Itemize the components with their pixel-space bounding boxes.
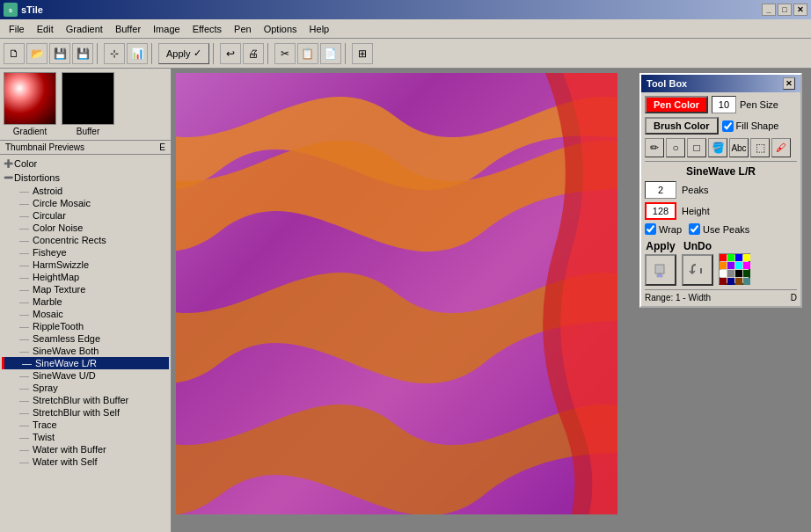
ellipse-tool[interactable]: ○ xyxy=(666,138,685,157)
tree-label-sinewave-ud: SineWave U/D xyxy=(33,370,96,381)
tree-label-color-noise: Color Noise xyxy=(33,222,83,233)
wrap-check-item: Wrap xyxy=(645,223,682,235)
tree-item-twist[interactable]: — Twist xyxy=(2,431,169,443)
use-peaks-checkbox[interactable] xyxy=(689,223,700,235)
toolbar-grid[interactable]: ⊞ xyxy=(352,43,373,64)
toolbar-sep5 xyxy=(345,43,348,64)
tree-item-circular[interactable]: — Circular xyxy=(2,209,169,222)
tree-item-harmswizzle[interactable]: — HarmSwizzle xyxy=(2,259,169,271)
tree-label-marble: Marble xyxy=(33,296,62,307)
tree-area[interactable]: ➕ Color ➖ Distortions — Astroid — Circle… xyxy=(0,155,171,532)
svg-rect-1 xyxy=(655,265,664,273)
toolbar-save[interactable]: 💾 xyxy=(49,43,70,64)
menu-help[interactable]: Help xyxy=(304,22,335,36)
tree-item-seamless-edge[interactable]: — Seamless Edge xyxy=(2,332,169,345)
minimize-button[interactable]: _ xyxy=(762,4,776,16)
menu-options[interactable]: Options xyxy=(259,22,303,36)
toolbar-copy[interactable]: 📋 xyxy=(297,43,318,64)
tree-item-marble[interactable]: — Marble xyxy=(2,295,169,308)
pencil-tool[interactable]: ✏ xyxy=(645,138,664,157)
tree-item-heightmap[interactable]: — HeightMap xyxy=(2,271,169,283)
gradient-thumb-container: Gradient xyxy=(4,72,56,136)
select-tool[interactable]: ⬚ xyxy=(750,138,770,157)
apply-section: Apply xyxy=(645,240,676,286)
fill-shape-checkbox[interactable] xyxy=(722,120,734,132)
maximize-button[interactable]: □ xyxy=(778,4,792,16)
expand-icon-distortions[interactable]: ➖ xyxy=(2,171,14,184)
tree-item-water-self[interactable]: — Water with Self xyxy=(2,455,169,468)
wrap-checkbox[interactable] xyxy=(645,223,656,235)
tree-item-color-noise[interactable]: — Color Noise xyxy=(2,222,169,234)
tree-item-stretchblur-buffer[interactable]: — StretchBlur with Buffer xyxy=(2,394,169,406)
pen-size-label: Pen Size xyxy=(740,99,778,110)
tree-label-concentric-rects: Concentric Rects xyxy=(33,235,106,245)
tree-item-concentric-rects[interactable]: — Concentric Rects xyxy=(2,234,169,246)
tree-item-trace[interactable]: — Trace xyxy=(2,419,169,431)
tree-item-astroid[interactable]: — Astroid xyxy=(2,185,169,197)
tree-item-mosaic[interactable]: — Mosaic xyxy=(2,308,169,320)
toolbar-save2[interactable]: 💾 xyxy=(72,43,93,64)
menu-effects[interactable]: Effects xyxy=(187,22,227,36)
height-input[interactable] xyxy=(645,202,676,220)
tool-box-close-button[interactable]: ✕ xyxy=(783,77,795,90)
menu-pen[interactable]: Pen xyxy=(229,22,257,36)
tree-item-fisheye[interactable]: — Fisheye xyxy=(2,246,169,259)
fill-tool[interactable]: 🪣 xyxy=(708,138,727,157)
menu-file[interactable]: File xyxy=(4,22,30,36)
canvas-svg xyxy=(176,73,617,514)
toolbar-print[interactable]: 🖨 xyxy=(243,43,264,64)
toolbar-chart[interactable]: 📊 xyxy=(127,43,148,64)
tree-label-water-buffer: Water with Buffer xyxy=(33,444,106,455)
tree-item-sinewave-ud[interactable]: — SineWave U/D xyxy=(2,369,169,382)
toolbar-cut[interactable]: ✂ xyxy=(274,43,296,64)
toolbar-sep4 xyxy=(267,43,271,64)
dropper-tool[interactable]: 🖋 xyxy=(771,138,791,157)
apply-action-button[interactable] xyxy=(645,254,676,286)
sinewave-title: SineWave L/R xyxy=(645,165,797,178)
pen-size-input[interactable] xyxy=(712,96,736,113)
toolbar-select[interactable]: ⊹ xyxy=(104,43,125,64)
pen-color-button[interactable]: Pen Color xyxy=(645,96,708,113)
tree-item-water-buffer[interactable]: — Water with Buffer xyxy=(2,443,169,455)
tree-item-distortions[interactable]: ➖ Distortions xyxy=(2,171,169,185)
toolbar-undo[interactable]: ↩ xyxy=(220,43,241,64)
menu-image[interactable]: Image xyxy=(148,22,186,36)
colors-button[interactable] xyxy=(719,253,750,285)
peaks-input[interactable] xyxy=(645,181,676,199)
apply-section-label: Apply xyxy=(646,240,675,252)
thumbnail-previews-row: Thumbnail Previews E xyxy=(0,141,171,155)
rect-tool[interactable]: □ xyxy=(687,138,706,157)
text-tool[interactable]: Abc xyxy=(729,138,749,157)
toolbar-new[interactable]: 🗋 xyxy=(4,43,25,64)
close-button[interactable]: ✕ xyxy=(793,4,807,16)
tree-item-rippletooth[interactable]: — RippleTooth xyxy=(2,320,169,332)
apply-button[interactable]: Apply ✓ xyxy=(158,43,209,64)
undo-action-button[interactable] xyxy=(682,254,713,286)
tree-item-circle-mosaic[interactable]: — Circle Mosaic xyxy=(2,197,169,209)
tree-item-map-texture[interactable]: — Map Texture xyxy=(2,283,169,295)
use-peaks-label: Use Peaks xyxy=(703,224,749,235)
toolbar-open[interactable]: 📂 xyxy=(26,43,47,64)
brush-color-button[interactable]: Brush Color xyxy=(645,117,719,135)
use-peaks-check-item: Use Peaks xyxy=(689,223,749,235)
toolbar-paste[interactable]: 📄 xyxy=(320,43,341,64)
tree-label-sinewave-both: SineWave Both xyxy=(33,346,99,356)
undo-section: UnDo xyxy=(682,240,713,286)
color-cell-orange xyxy=(720,262,727,269)
gradient-thumbnail[interactable] xyxy=(4,72,56,125)
expand-icon-color[interactable]: ➕ xyxy=(2,157,14,170)
tree-item-sinewave-both[interactable]: — SineWave Both xyxy=(2,345,169,357)
menu-buffer[interactable]: Buffer xyxy=(110,22,146,36)
canvas-image[interactable] xyxy=(176,73,617,514)
thumbnail-previews-label: Thumbnail Previews xyxy=(5,142,84,152)
tree-item-sinewave-lr[interactable]: — SineWave L/R xyxy=(2,357,169,369)
tree-item-color[interactable]: ➕ Color xyxy=(2,157,169,171)
menu-edit[interactable]: Edit xyxy=(32,22,59,36)
buffer-thumbnail[interactable] xyxy=(62,72,114,125)
tree-item-spray[interactable]: — Spray xyxy=(2,382,169,394)
tree-item-stretchblur-self[interactable]: — StretchBlur with Self xyxy=(2,406,169,419)
tree-label-heightmap: HeightMap xyxy=(33,272,79,282)
apply-label: Apply xyxy=(166,48,191,59)
apply-undo-row: Apply UnDo xyxy=(645,240,797,286)
menu-gradient[interactable]: Gradient xyxy=(61,22,108,36)
